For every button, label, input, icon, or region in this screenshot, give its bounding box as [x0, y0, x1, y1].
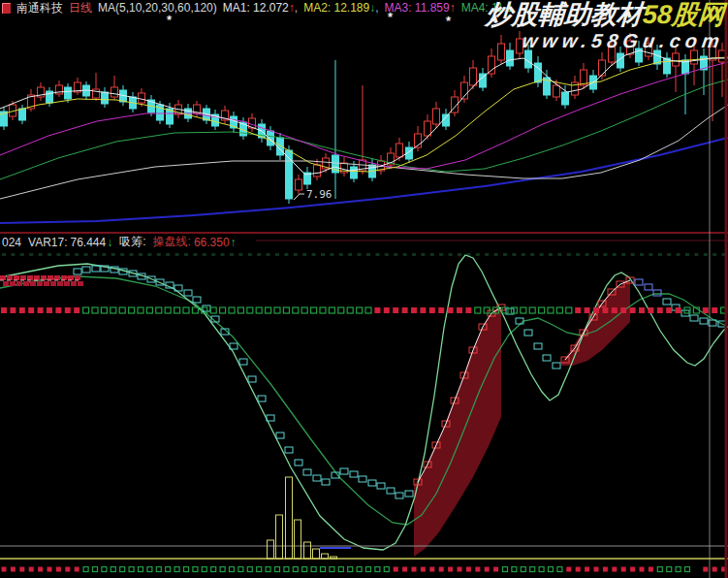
sparkle-icon: * [446, 14, 451, 28]
caopanxian-arrow: ↑ [231, 236, 237, 249]
caopanxian-label[interactable]: 操盘线: [153, 234, 191, 250]
candlestick-layer [1, 31, 726, 204]
sparkle-icon: * [167, 13, 172, 27]
watermark-url: www.58Gu.com [485, 31, 726, 50]
chart-canvas[interactable]: 7.96 [0, 0, 728, 578]
watermark-text-white: 炒股輔助教材 [485, 0, 644, 29]
caopanxian-value: 66.350 [194, 236, 230, 249]
watermark-text-yellow: 58股网 [642, 0, 725, 29]
ma-readout: MA3: 11.859↑ [385, 1, 456, 15]
stock-name[interactable]: 南通科技 [16, 0, 63, 16]
ma-readouts: MA1: 12.072↑,MA2: 12.189↓,MA3: 11.859↑MA… [223, 1, 514, 15]
svg-text:7.96: 7.96 [306, 188, 332, 201]
indicator-layer [0, 253, 728, 559]
ma-readout: MA1: 12.072↑, [223, 1, 298, 15]
var17-label[interactable]: VAR17: [28, 236, 67, 249]
indicator-prefix: 024 [2, 236, 21, 249]
ma-lines-layer [0, 50, 728, 223]
watermark: 炒股輔助教材58股网 www.58Gu.com [486, 2, 724, 50]
trading-app-window: 7.96 南通科技 日线 MA(5,10,20,30,60,120) MA1: … [0, 0, 728, 578]
sparkle-icon: * [388, 10, 393, 24]
watermark-site-name: 炒股輔助教材58股网 [485, 2, 725, 28]
indicator-header-bar: 024 VAR17: 76.444 ↓ 吸筹: 操盘线: 66.350 ↑ [0, 234, 256, 250]
app-logo-icon[interactable] [2, 3, 11, 14]
var17-arrow: ↓ [107, 236, 112, 249]
dashed-threshold-rows [1, 307, 727, 572]
var17-value: 76.444 [71, 236, 107, 249]
ma-readout: MA2: 12.189↓, [303, 1, 378, 15]
ma-settings-label: MA(5,10,20,30,60,120) [98, 1, 217, 15]
xichou-label[interactable]: 吸筹: [119, 234, 145, 250]
period-label[interactable]: 日线 [69, 0, 92, 16]
